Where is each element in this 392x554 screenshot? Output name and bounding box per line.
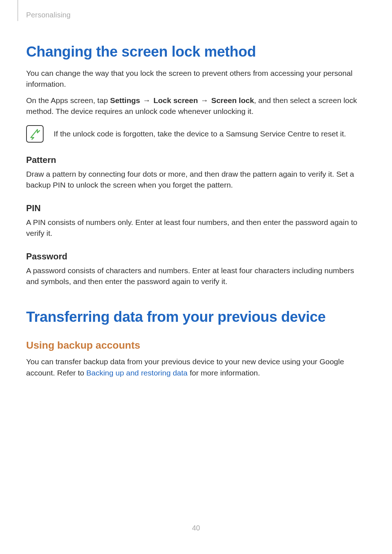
intro-paragraph: You can change the way that you lock the… xyxy=(26,68,366,90)
path-pre: On the Apps screen, tap xyxy=(26,96,110,104)
paragraph-pattern: Draw a pattern by connecting four dots o… xyxy=(26,169,366,191)
subsection-backup-accounts: Using backup accounts xyxy=(26,340,366,351)
arrow-icon: → xyxy=(198,96,211,104)
page-number: 40 xyxy=(0,524,392,532)
subheading-pattern: Pattern xyxy=(26,155,366,165)
navigation-path: On the Apps screen, tap Settings → Lock … xyxy=(26,95,366,117)
breadcrumb: Personalising xyxy=(26,11,71,19)
section-title-screen-lock: Changing the screen lock method xyxy=(26,44,366,60)
note-icon xyxy=(26,125,44,143)
arrow-icon: → xyxy=(140,96,154,104)
note-callout: If the unlock code is forgotten, take th… xyxy=(26,125,366,143)
path-lock-screen: Lock screen xyxy=(154,96,198,104)
subheading-pin: PIN xyxy=(26,203,366,213)
section-title-transfer: Transferring data from your previous dev… xyxy=(26,309,366,325)
note-text: If the unlock code is forgotten, take th… xyxy=(54,128,346,139)
paragraph-backup-accounts: You can transfer backup data from your p… xyxy=(26,356,366,378)
backup-text-post: for more information. xyxy=(188,369,260,377)
subheading-password: Password xyxy=(26,251,366,262)
paragraph-password: A password consists of characters and nu… xyxy=(26,265,366,287)
paragraph-pin: A PIN consists of numbers only. Enter at… xyxy=(26,217,366,239)
link-backing-up[interactable]: Backing up and restoring data xyxy=(86,369,188,377)
path-settings: Settings xyxy=(110,96,140,104)
path-screen-lock: Screen lock xyxy=(211,96,254,104)
header-rule xyxy=(17,0,18,21)
